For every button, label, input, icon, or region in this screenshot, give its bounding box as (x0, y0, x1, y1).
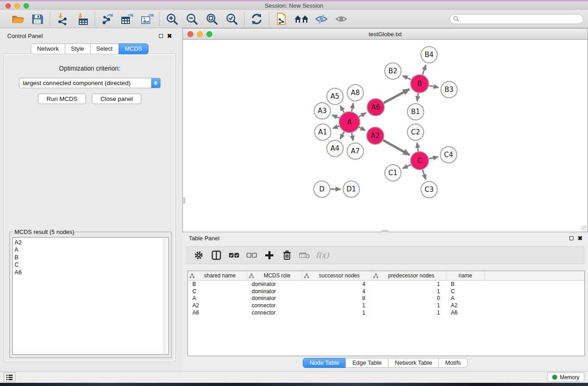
edge-A-A2[interactable] (359, 127, 365, 130)
column-header-MCDS-role[interactable]: MCDS role (247, 271, 302, 280)
edge-A-A4[interactable] (340, 132, 344, 139)
edge-A-A5[interactable] (340, 106, 344, 113)
apply-layout-button[interactable] (249, 12, 264, 26)
graph-node-D[interactable]: D (314, 181, 330, 197)
edge-C-C1[interactable] (403, 165, 411, 168)
table-settings-button[interactable] (192, 248, 206, 262)
mcds-result-list[interactable]: A2ABCA6 (12, 237, 169, 355)
show-columns-button[interactable] (210, 248, 223, 262)
column-header-successor-nodes[interactable]: successor nodes (302, 271, 372, 280)
zoom-selected-button[interactable] (224, 12, 239, 26)
graph-node-A[interactable]: A (339, 112, 360, 133)
network-graph[interactable]: ABCA2A6A1A3A4A5A7A8B1B2B3B4C1C2C3C4DD1 (183, 40, 588, 232)
graph-node-B2[interactable]: B2 (385, 63, 401, 79)
graph-node-A1[interactable]: A1 (315, 124, 331, 140)
graph-node-A7[interactable]: A7 (347, 143, 363, 159)
node-table[interactable]: shared nameMCDS rolesuccessor nodesprede… (187, 271, 585, 356)
import-table-button[interactable] (75, 12, 90, 26)
criterion-dropdown[interactable]: largest connected component (directed) (19, 78, 161, 88)
export-table-button[interactable] (120, 12, 135, 26)
result-item[interactable]: C (14, 261, 168, 268)
close-table-panel-icon[interactable]: ✖ (578, 236, 583, 240)
edge-A-A6[interactable] (359, 113, 366, 117)
tab-network[interactable]: Network (31, 43, 65, 54)
graph-node-C3[interactable]: C3 (421, 181, 437, 198)
tab-motifs[interactable]: Motifs (438, 358, 468, 368)
edge-B-B2[interactable] (403, 76, 411, 80)
delete-table-button[interactable] (298, 248, 311, 262)
divider-handle[interactable] (182, 198, 185, 203)
tab-edge-table[interactable]: Edge Table (345, 358, 388, 368)
graph-node-A4[interactable]: A4 (327, 140, 343, 157)
result-item[interactable]: A2 (14, 239, 168, 246)
save-session-button[interactable] (30, 12, 45, 26)
table-row[interactable]: A6connector11A6 (188, 309, 584, 316)
table-row[interactable]: Bdominator41B (188, 281, 584, 288)
graph-node-C1[interactable]: C1 (385, 165, 401, 181)
search-input[interactable] (461, 16, 583, 22)
edge-B-B3[interactable] (429, 86, 439, 87)
edge-B-B1[interactable] (417, 93, 418, 101)
select-all-button[interactable] (227, 248, 241, 262)
tab-mcds[interactable]: MCDS (119, 43, 148, 54)
graph-node-A2[interactable]: A2 (367, 127, 384, 144)
run-mcds-button[interactable]: Run MCDS (38, 94, 86, 104)
network-canvas[interactable]: ABCA2A6A1A3A4A5A7A8B1B2B3B4C1C2C3C4DD1 (183, 40, 588, 232)
graph-node-A3[interactable]: A3 (314, 103, 330, 119)
zoom-out-button[interactable] (184, 12, 200, 26)
result-item[interactable]: B (14, 254, 168, 261)
panel-list-button[interactable] (4, 372, 15, 382)
graph-node-C4[interactable]: C4 (440, 147, 457, 163)
graph-node-A8[interactable]: A8 (347, 85, 363, 101)
edge-A6-B[interactable] (384, 89, 409, 103)
result-item[interactable]: A6 (14, 269, 168, 276)
graph-node-B[interactable]: B (411, 75, 429, 93)
zoom-fit-button[interactable] (204, 12, 220, 26)
search-field[interactable] (449, 14, 583, 24)
show-graphics-button[interactable] (334, 12, 349, 26)
new-network-from-selection-button[interactable] (274, 12, 289, 26)
graph-node-B1[interactable]: B1 (407, 104, 424, 120)
edge-A-A1[interactable] (333, 126, 339, 128)
table-row[interactable]: A2connector11A2 (188, 302, 584, 309)
graph-node-A5[interactable]: A5 (327, 88, 343, 105)
float-panel-icon[interactable] (159, 34, 163, 38)
column-header-shared-name[interactable]: shared name (188, 271, 247, 280)
export-network-button[interactable] (100, 12, 115, 26)
import-network-button[interactable] (55, 12, 70, 26)
edge-A-A7[interactable] (352, 133, 353, 141)
tab-style[interactable]: Style (65, 43, 91, 54)
edge-A2-C[interactable] (383, 140, 409, 155)
memory-button[interactable]: Memory (547, 372, 584, 382)
close-panel-button[interactable]: Close panel (92, 94, 141, 104)
hide-graphics-button[interactable] (314, 12, 329, 26)
graph-node-B4[interactable]: B4 (421, 47, 437, 63)
edge-A-A8[interactable] (352, 104, 354, 112)
graph-node-C[interactable]: C (411, 152, 429, 170)
function-builder-button[interactable]: f(x) (316, 248, 329, 262)
window-resize-grip[interactable] (581, 225, 587, 231)
export-image-button[interactable] (139, 12, 155, 26)
column-header-predecessor-nodes[interactable]: predecessor nodes (372, 271, 446, 280)
tab-network-table[interactable]: Network Table (388, 358, 439, 368)
delete-column-button[interactable] (280, 248, 294, 262)
edge-C-C2[interactable] (417, 143, 418, 151)
close-panel-icon[interactable]: ✖ (167, 34, 172, 38)
edge-A-A3[interactable] (332, 115, 339, 118)
table-row[interactable]: Cdominator41C (188, 288, 584, 295)
add-column-button[interactable] (263, 248, 276, 262)
tab-node-table[interactable]: Node Table (303, 358, 346, 368)
column-header-name[interactable]: name (446, 271, 485, 280)
edge-B-B4[interactable] (423, 65, 426, 75)
zoom-in-button[interactable] (164, 12, 180, 26)
network-window-titlebar[interactable]: testGlobe.txt (183, 29, 588, 40)
open-session-button[interactable] (10, 12, 25, 26)
float-table-panel-icon[interactable] (569, 236, 574, 240)
home-button[interactable] (294, 12, 309, 26)
graph-node-C2[interactable]: C2 (407, 124, 424, 140)
edge-C-C4[interactable] (429, 157, 438, 159)
graph-node-B3[interactable]: B3 (441, 81, 457, 98)
deselect-all-button[interactable] (245, 248, 258, 262)
tab-select[interactable]: Select (90, 43, 119, 54)
result-item[interactable]: A (14, 246, 168, 253)
